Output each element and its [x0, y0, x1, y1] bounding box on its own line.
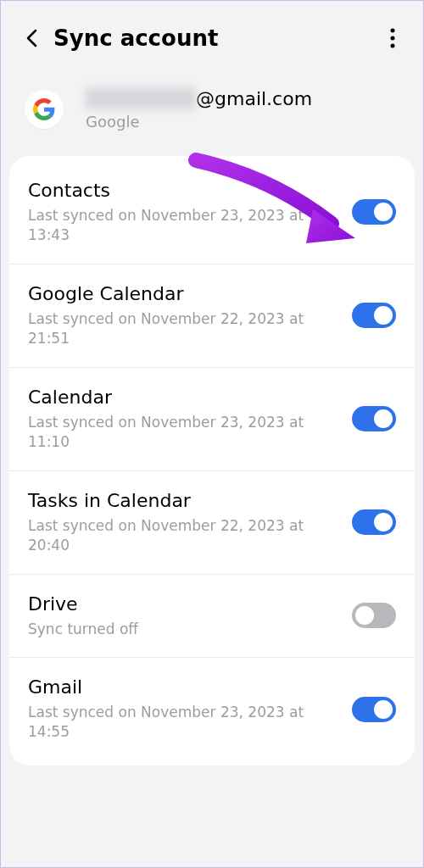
- sync-item-title: Gmail: [28, 676, 338, 698]
- sync-item-subtitle: Last synced on November 23, 2023 at 13:4…: [28, 206, 338, 245]
- sync-item-title: Drive: [28, 593, 338, 615]
- account-email: @gmail.com: [86, 87, 312, 109]
- more-button[interactable]: [376, 21, 410, 55]
- google-logo-icon: [25, 90, 64, 129]
- account-provider: Google: [86, 113, 312, 131]
- sync-item-subtitle: Last synced on November 22, 2023 at 20:4…: [28, 516, 338, 555]
- back-button[interactable]: [14, 21, 48, 55]
- svg-point-1: [391, 36, 395, 41]
- sync-item-calendar[interactable]: Calendar Last synced on November 23, 202…: [9, 368, 415, 471]
- chevron-left-icon: [25, 29, 37, 47]
- sync-item-contacts[interactable]: Contacts Last synced on November 23, 202…: [9, 161, 415, 264]
- toggle-gmail[interactable]: [352, 697, 396, 722]
- sync-item-subtitle: Last synced on November 23, 2023 at 14:5…: [28, 703, 338, 742]
- sync-item-title: Contacts: [28, 180, 338, 201]
- sync-item-title: Tasks in Calendar: [28, 490, 338, 511]
- page-title: Sync account: [53, 25, 376, 51]
- redacted-email-prefix: [86, 87, 196, 109]
- sync-item-subtitle: Last synced on November 22, 2023 at 21:5…: [28, 309, 338, 348]
- toggle-drive[interactable]: [352, 603, 396, 628]
- header: Sync account: [1, 1, 423, 69]
- toggle-contacts[interactable]: [352, 199, 396, 225]
- svg-point-0: [391, 29, 395, 33]
- toggle-google-calendar[interactable]: [352, 303, 396, 328]
- sync-list-card: Contacts Last synced on November 23, 202…: [9, 156, 415, 765]
- sync-item-subtitle: Last synced on November 23, 2023 at 11:1…: [28, 413, 338, 452]
- sync-item-google-calendar[interactable]: Google Calendar Last synced on November …: [9, 264, 415, 368]
- toggle-calendar[interactable]: [352, 406, 396, 431]
- sync-item-title: Google Calendar: [28, 283, 338, 304]
- sync-item-subtitle: Sync turned off: [28, 620, 338, 639]
- sync-item-gmail[interactable]: Gmail Last synced on November 23, 2023 a…: [9, 658, 415, 760]
- more-vertical-icon: [390, 28, 395, 48]
- account-text: @gmail.com Google: [86, 87, 312, 131]
- sync-item-title: Calendar: [28, 387, 338, 408]
- sync-item-drive[interactable]: Drive Sync turned off: [9, 575, 415, 659]
- account-info: @gmail.com Google: [1, 69, 423, 156]
- sync-item-tasks-in-calendar[interactable]: Tasks in Calendar Last synced on Novembe…: [9, 471, 415, 575]
- svg-point-2: [391, 44, 395, 48]
- email-suffix: @gmail.com: [196, 88, 312, 109]
- toggle-tasks-in-calendar[interactable]: [352, 509, 396, 535]
